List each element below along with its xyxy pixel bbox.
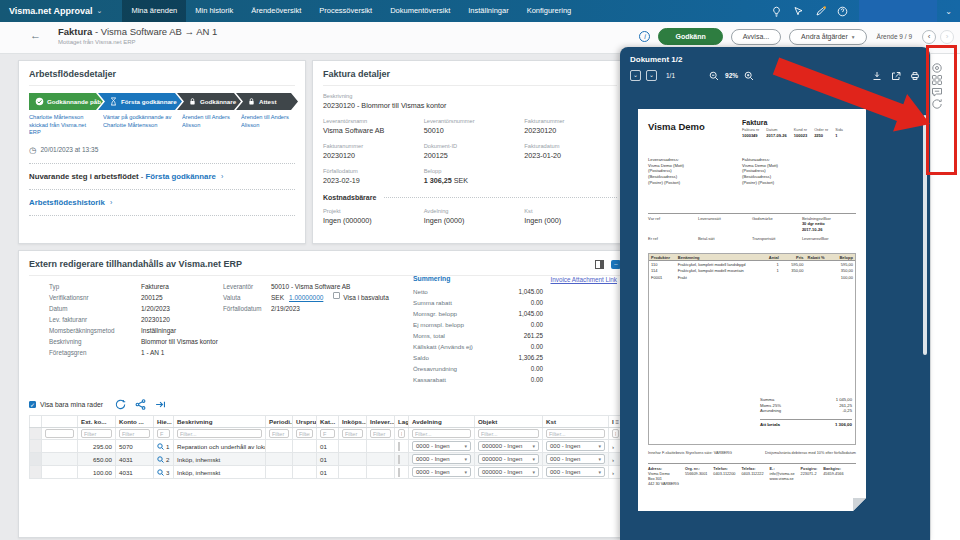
cell-hierarki[interactable]: 1 — [154, 440, 174, 453]
workflow-step-attest[interactable]: Attest — [236, 93, 298, 110]
zoom-in-icon[interactable] — [744, 71, 754, 81]
support-icon[interactable] — [931, 62, 960, 74]
document-scrollbar[interactable] — [923, 115, 927, 355]
approve-button[interactable]: Godkänn — [658, 28, 722, 45]
account-lookup[interactable]: 1 — [157, 443, 170, 450]
column-header-periodi[interactable]: Periodi... — [266, 416, 293, 428]
avdelning-select[interactable]: 0000 - Ingen▾ — [412, 454, 471, 464]
workflow-step-note[interactable]: Ärenden till Anders Alisson — [241, 114, 298, 137]
help-icon[interactable] — [837, 6, 848, 17]
collapse-columns-icon[interactable] — [155, 399, 166, 410]
filter-input[interactable] — [157, 429, 170, 438]
refresh-icon[interactable] — [115, 399, 126, 410]
nav-item-min-historik[interactable]: Min historik — [186, 0, 242, 22]
table-row[interactable]: 650.0040312Inköp, inhemskt010000 - Ingen… — [30, 453, 623, 466]
feedback-icon[interactable] — [931, 86, 960, 98]
pointer-icon[interactable] — [793, 6, 804, 17]
reject-button[interactable]: Avvisa... — [731, 29, 781, 45]
nav-item-mina-renden[interactable]: Mina ärenden — [122, 0, 186, 22]
account-lookup[interactable]: 3 — [157, 469, 170, 476]
navbar-caret-icon[interactable]: ⌄ — [937, 7, 960, 16]
objekt-select[interactable]: 000000 - Ingen▾ — [478, 467, 539, 477]
kst-select[interactable]: 000 - Ingen▾ — [546, 467, 605, 477]
objekt-select[interactable]: 000000 - Ingen▾ — [478, 454, 539, 464]
open-external-icon[interactable] — [891, 71, 901, 81]
layout-toggle-icon[interactable] — [595, 260, 604, 269]
filter-input[interactable] — [296, 429, 313, 438]
nav-item-rende-versikt[interactable]: Ärendeöversikt — [242, 0, 310, 22]
row-select-cell[interactable] — [42, 440, 78, 453]
column-header-blank[interactable] — [42, 416, 78, 428]
column-header-hie[interactable]: Hie... — [154, 416, 174, 428]
workflow-step-godk-nnare[interactable]: Godkännare — [177, 93, 241, 110]
filter-input[interactable] — [398, 429, 405, 438]
brand-caret-icon[interactable]: ⌄ — [97, 7, 103, 15]
workflow-history-link[interactable]: Arbetsflödeshistorik — [29, 198, 105, 207]
info-icon[interactable]: i — [639, 31, 650, 42]
column-header-ext-ko[interactable]: Ext. ko... — [78, 416, 116, 428]
kst-select[interactable]: 000 - Ingen▾ — [546, 454, 605, 464]
filter-input[interactable] — [269, 429, 289, 438]
nav-item-process-versikt[interactable]: Processöversikt — [310, 0, 381, 22]
table-row[interactable]: 100.0040313Inköp, inhemskt010000 - Ingen… — [30, 466, 623, 479]
filter-input[interactable] — [412, 429, 471, 438]
back-button[interactable]: ← — [30, 29, 41, 41]
pen-announce-icon[interactable] — [815, 6, 826, 17]
workflow-step-note[interactable]: Charlotte Mårtensson skickad från Visma.… — [29, 114, 103, 137]
filter-input[interactable] — [342, 429, 363, 438]
filter-input[interactable] — [119, 429, 150, 438]
objekt-select[interactable]: 000000 - Ingen▾ — [478, 441, 539, 451]
column-header-kat[interactable]: Kat... — [317, 416, 339, 428]
column-header-kst[interactable]: Kst — [543, 416, 609, 428]
workflow-step-godk-nnande-p-b[interactable]: Godkännande påb... — [29, 93, 103, 110]
nav-item-konfigurering[interactable]: Konfigurering — [518, 0, 581, 22]
print-icon[interactable] — [910, 71, 920, 81]
row-expander[interactable] — [30, 466, 42, 479]
column-header-urspru[interactable]: Urspru... — [293, 416, 317, 428]
lightbulb-icon[interactable] — [771, 6, 782, 17]
currency-rate-link[interactable]: 1.00000000 — [289, 292, 323, 303]
cell-konto[interactable]: 4031 — [116, 453, 154, 466]
column-header-avdelning[interactable]: Avdelning — [409, 416, 475, 428]
nav-item-inst-llningar[interactable]: Inställningar — [459, 0, 517, 22]
split-rows-icon[interactable] — [135, 399, 146, 410]
column-header-lag[interactable]: Lag... — [395, 416, 409, 428]
previous-case-button[interactable]: ‹ — [922, 30, 936, 44]
row-select-cell[interactable] — [42, 453, 78, 466]
table-menu-icon[interactable]: ≡ — [615, 418, 619, 425]
show-mine-checkbox[interactable]: ✓ — [29, 401, 36, 408]
row-select-cell[interactable] — [42, 466, 78, 479]
sync-icon[interactable] — [931, 98, 960, 110]
table-row[interactable]: 295.0050701Reparation och underhåll av l… — [30, 440, 623, 453]
column-header-ink-ps[interactable]: Inköps... — [339, 416, 367, 428]
cell-beskrivning[interactable]: Reparation och underhåll av lokaler — [174, 440, 266, 453]
document-select-dropdown[interactable]: ⌄ — [630, 70, 641, 81]
page-select-dropdown[interactable]: ⌄ — [646, 70, 657, 81]
apps-grid-icon[interactable] — [931, 74, 960, 86]
cell-beskrivning[interactable]: Inköp, inhemskt — [174, 453, 266, 466]
filter-input[interactable] — [81, 429, 112, 438]
filter-input[interactable] — [370, 429, 391, 438]
pdf-page[interactable]: Visma Demo Faktura Faktura nr1000349Datu… — [638, 109, 866, 511]
filter-input[interactable] — [546, 429, 605, 438]
filter-input[interactable] — [177, 429, 262, 438]
current-step-link[interactable]: Första godkännare — [146, 172, 216, 181]
workflow-step-note[interactable]: Ärenden till Anders Alisson — [182, 114, 241, 137]
avdelning-select[interactable]: 0000 - Ingen▾ — [412, 467, 471, 477]
filter-input[interactable] — [478, 429, 539, 438]
workflow-step-f-rsta-godk-nnare[interactable]: Första godkännare — [98, 93, 182, 110]
cell-beskrivning[interactable]: Inköp, inhemskt — [174, 466, 266, 479]
cell-konto[interactable]: 4031 — [116, 466, 154, 479]
filter-input[interactable] — [612, 429, 619, 438]
app-brand[interactable]: Visma.net Approval — [0, 6, 97, 16]
invoice-attachment-link[interactable]: Invoice Attachment Link — [459, 276, 617, 283]
cell-hierarki[interactable]: 3 — [154, 466, 174, 479]
filter-input[interactable] — [320, 429, 335, 438]
row-expander[interactable] — [30, 440, 42, 453]
filter-input[interactable] — [45, 429, 74, 438]
user-menu[interactable] — [859, 0, 937, 22]
column-header-inlever[interactable]: Inlever... — [367, 416, 395, 428]
kst-select[interactable]: 000 - Ingen▾ — [546, 441, 605, 451]
column-header-blank[interactable] — [30, 416, 42, 428]
next-case-button[interactable]: › — [940, 30, 954, 44]
